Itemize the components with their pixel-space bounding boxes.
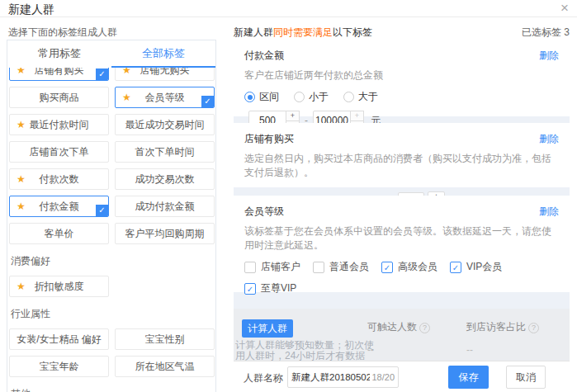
tag-button[interactable]: 所在地区气温 xyxy=(115,356,215,377)
checkbox-senior-member[interactable]: ✓高级会员 xyxy=(381,260,450,274)
checkbox-checked-icon: ✓ xyxy=(244,283,256,295)
checkbox-checked-icon: ✓ xyxy=(96,205,108,216)
delete-link[interactable]: 删除 xyxy=(539,49,559,63)
calculate-note: 计算人群能够预知数量；初次使用人群时，24小时后才有数据 xyxy=(235,340,377,361)
tag-button[interactable]: 宝宝年龄 xyxy=(9,356,109,377)
checkbox-normal-member[interactable]: ✓普通会员 xyxy=(313,260,381,274)
star-icon: ★ xyxy=(17,196,26,216)
radio-label: 小于 xyxy=(309,90,329,104)
checkbox-shop-customer[interactable]: ✓店铺客户 xyxy=(244,260,313,274)
tag-button[interactable]: 成功付款金额 xyxy=(115,196,215,217)
tag-button[interactable]: 客单价 xyxy=(9,223,109,244)
checkbox-icon: ✓ xyxy=(313,262,324,273)
tag-label: 购买商品 xyxy=(40,92,79,103)
radio-greater-than[interactable]: 大于 xyxy=(343,90,378,104)
tag-label: 宝宝性别 xyxy=(145,333,185,345)
modal-title: 新建人群 xyxy=(8,2,54,17)
tag-button[interactable]: ★付款次数 xyxy=(9,168,109,190)
tag-label: 折扣敏感度 xyxy=(35,281,84,292)
radio-label: 大于 xyxy=(358,90,378,104)
audience-name-input[interactable]: 新建人群20180502084753 18/20 xyxy=(287,366,399,388)
section-industry-attributes: 行业属性 xyxy=(11,307,214,321)
stat-value: -- xyxy=(367,344,430,356)
checkbox-supreme-vip[interactable]: ✓至尊VIP xyxy=(244,281,313,295)
stat-value: -- xyxy=(466,344,539,356)
close-icon[interactable]: × xyxy=(560,1,569,16)
tag-label: 成功付款金额 xyxy=(135,201,195,212)
tab-common-tags[interactable]: 常用标签 xyxy=(7,40,111,68)
tag-label: 客单价 xyxy=(45,228,74,239)
tag-label: 付款次数 xyxy=(40,173,79,185)
card-title: 店铺有购买 xyxy=(244,132,559,146)
checkbox-checked-icon: ✓ xyxy=(381,262,393,273)
delete-link[interactable]: 删除 xyxy=(539,132,559,146)
tag-button[interactable]: 最近成功交易时间 xyxy=(115,114,215,135)
delete-link[interactable]: 删除 xyxy=(539,205,559,219)
save-footer: 人群名称 新建人群20180502084753 18/20 保存 取消 xyxy=(234,361,570,392)
tag-button[interactable]: 购买商品 xyxy=(9,87,109,108)
tag-label: 会员等级 xyxy=(145,92,185,103)
tag-button[interactable]: ★折扣敏感度 xyxy=(9,276,109,297)
audience-name-value: 新建人群20180502084753 xyxy=(291,371,370,384)
radio-icon xyxy=(294,92,305,102)
checkbox-label: VIP会员 xyxy=(466,260,502,274)
tag-label: 客户平均回购周期 xyxy=(125,228,205,239)
member-level-options: ✓店铺客户 ✓普通会员 ✓高级会员 ✓VIP会员 ✓至尊VIP xyxy=(244,260,559,295)
radio-between[interactable]: 区间 xyxy=(244,90,279,104)
tag-label: 最近付款时间 xyxy=(30,119,89,130)
right-heading-suffix: 以下标签 xyxy=(333,26,372,38)
tag-label: 首次下单时间 xyxy=(135,146,195,158)
checkbox-vip-member[interactable]: ✓VIP会员 xyxy=(450,260,518,274)
checkbox-icon: ✓ xyxy=(244,262,256,273)
right-heading-prefix: 新建人群 xyxy=(234,26,273,38)
help-icon[interactable]: ? xyxy=(419,323,430,333)
tag-label: 付款金额 xyxy=(40,201,79,212)
tag-button[interactable]: 成功交易次数 xyxy=(115,168,215,190)
card-title: 付款金额 xyxy=(244,49,559,63)
tab-all-tags[interactable]: 全部标签 xyxy=(111,40,215,68)
modal-header: 新建人群 × xyxy=(0,0,577,17)
tag-button[interactable]: ★会员等级✓ xyxy=(115,87,215,108)
help-icon[interactable]: ? xyxy=(528,323,539,333)
tag-button[interactable]: 宝宝性别 xyxy=(115,328,215,350)
tag-button[interactable]: 客户平均回购周期 xyxy=(115,223,215,244)
checkbox-label: 至尊VIP xyxy=(261,281,296,295)
section-consumption-preference: 消费偏好 xyxy=(11,254,214,268)
tag-picker-panel: 常用标签 全部标签 ★店铺有购买✓ ★店铺无购买 购买商品 ★会员等级✓ ★最近… xyxy=(7,40,216,392)
checkbox-checked-icon: ✓ xyxy=(201,96,214,107)
tag-list: ★店铺有购买✓ ★店铺无购买 购买商品 ★会员等级✓ ★最近付款时间 最近成功交… xyxy=(7,59,215,392)
star-icon: ★ xyxy=(122,87,131,107)
card-description: 客户在店铺近两年付款的总金额 xyxy=(244,68,559,83)
tag-tabs: 常用标签 全部标签 xyxy=(7,40,215,68)
tag-button[interactable]: 店铺首次下单 xyxy=(9,141,109,163)
calculate-audience-button[interactable]: 计算人群 xyxy=(242,319,293,338)
tag-label: 女装/女士精品 偏好 xyxy=(17,333,102,345)
checkbox-checked-icon: ✓ xyxy=(96,68,108,80)
tag-button[interactable]: ★付款金额✓ xyxy=(9,196,109,217)
selected-tag-count: 已选标签 3 xyxy=(522,26,570,40)
new-audience-modal: 新建人群 × 选择下面的标签组成人群 新建人群同时需要满足以下标签 已选标签 3… xyxy=(0,0,577,392)
card-description: 选定自然日内，购买过本店商品的消费者（购买以支付成功为准，包括支付后退款）。 xyxy=(244,152,559,180)
checkbox-label: 普通会员 xyxy=(329,260,369,274)
shop-purchase-card: 店铺有购买 删除 选定自然日内，购买过本店商品的消费者（购买以支付成功为准，包括… xyxy=(234,123,570,187)
card-title: 会员等级 xyxy=(244,205,559,219)
tag-label: 成功交易次数 xyxy=(135,173,195,185)
tag-label: 宝宝年龄 xyxy=(40,361,79,372)
tag-button[interactable]: ★最近付款时间 xyxy=(9,114,109,135)
conditions-panel: 付款金额 删除 客户在店铺近两年付款的总金额 区间 小于 大于 500 +− -… xyxy=(234,40,570,392)
payment-amount-card: 付款金额 删除 客户在店铺近两年付款的总金额 区间 小于 大于 500 +− -… xyxy=(234,40,570,116)
save-button[interactable]: 保存 xyxy=(448,366,489,389)
reachable-count-stat: 可触达人数? -- xyxy=(367,320,430,356)
radio-selected-icon xyxy=(244,92,255,102)
tag-button[interactable]: 女装/女士精品 偏好 xyxy=(9,328,109,350)
range-type-radios: 区间 小于 大于 xyxy=(244,90,559,104)
checkbox-checked-icon: ✓ xyxy=(450,262,461,273)
tag-label: 最近成功交易时间 xyxy=(125,119,205,130)
checkbox-label: 店铺客户 xyxy=(261,260,300,274)
compute-footer: 计算人群 计算人群能够预知数量；初次使用人群时，24小时后才有数据 可触达人数?… xyxy=(234,309,570,361)
cancel-button[interactable]: 取消 xyxy=(506,366,546,389)
tag-button[interactable]: 首次下单时间 xyxy=(115,141,215,163)
stat-label: 到店访客占比 xyxy=(466,321,526,333)
radio-less-than[interactable]: 小于 xyxy=(294,90,329,104)
star-icon: ★ xyxy=(17,276,26,296)
